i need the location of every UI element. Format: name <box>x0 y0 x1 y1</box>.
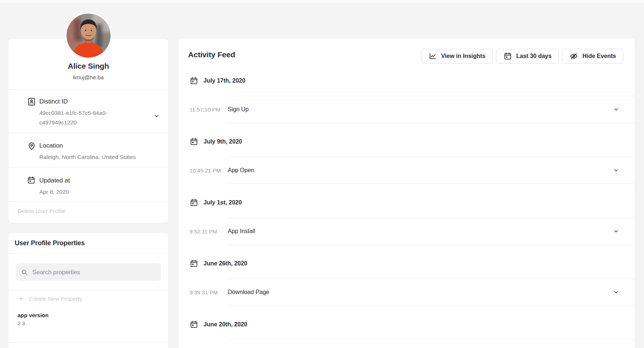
chevron-down-icon[interactable] <box>613 228 619 234</box>
feed-date-group: June 20th, 2020 <box>190 319 635 340</box>
calendar-icon <box>190 320 198 329</box>
feed-date-group: July 1st, 20209:52:11 PMApp Install <box>190 197 635 245</box>
button-label: Last 30 days <box>516 53 551 59</box>
activity-feed-title: Activity Feed <box>188 50 235 59</box>
feed-date-header: July 9th, 2020 <box>190 137 635 147</box>
location-pin-icon <box>27 141 36 151</box>
properties-title: User Profile Properties <box>15 239 84 247</box>
event-name: App Install <box>228 228 255 235</box>
calendar-icon <box>190 76 198 85</box>
property-list-item: app version 2.3 <box>18 312 48 326</box>
feed-date-header: July 17th, 2020 <box>190 76 635 86</box>
event-time: 11:57:10 PM <box>190 106 228 113</box>
feed-date-label: June 26th, 2020 <box>204 260 247 267</box>
event-row[interactable]: 10:45:21 PMApp Open <box>190 157 635 184</box>
event-time: 10:45:21 PM <box>190 167 228 174</box>
activity-feed-card: Activity Feed View in InsightsLast 30 da… <box>179 39 635 348</box>
feed-date-header: June 26th, 2020 <box>190 258 635 269</box>
profile-field-value: Raleigh, North Carolina, United States <box>39 152 136 162</box>
search-icon <box>21 269 28 276</box>
event-name: App Open <box>228 167 254 174</box>
divider <box>228 244 635 245</box>
calendar-icon <box>190 198 198 207</box>
plus-icon <box>18 295 25 302</box>
divider <box>228 305 635 306</box>
feed-date-header: June 20th, 2020 <box>190 319 635 330</box>
divider <box>8 290 168 290</box>
chevron-down-icon[interactable] <box>154 113 159 119</box>
user-profile-properties-card: User Profile Properties Create New Prope… <box>8 233 168 348</box>
chevron-down-icon[interactable] <box>613 289 619 295</box>
activity-feed-list: July 17th, 202011:57:10 PMSign UpJuly 9t… <box>190 76 635 348</box>
profile-field-label: Location <box>39 142 63 149</box>
eye-off-icon <box>569 52 578 61</box>
property-name: app version <box>18 312 48 318</box>
divider <box>8 253 168 254</box>
feed-date-label: July 17th, 2020 <box>204 77 245 84</box>
feed-date-header: July 1st, 2020 <box>190 197 635 208</box>
search-properties-box[interactable] <box>16 263 161 281</box>
avatar-image <box>66 14 111 58</box>
chevron-down-icon[interactable] <box>613 106 619 112</box>
feed-date-group: June 26th, 20209:39:31 PMDownload Page <box>190 258 635 306</box>
divider <box>228 123 635 123</box>
divider <box>228 184 635 184</box>
calendar-icon <box>27 176 36 185</box>
profile-field-value: Apr 8, 2020 <box>39 187 69 197</box>
divider <box>8 342 168 343</box>
property-value: 2.3 <box>18 320 48 326</box>
user-profile-card: Alice Singh limuj@he.ba Distinct ID49cc0… <box>8 39 168 223</box>
id-card-icon <box>27 97 36 106</box>
button-label: Hide Events <box>582 53 616 59</box>
feed-date-label: July 1st, 2020 <box>204 199 242 206</box>
profile-name: Alice Singh <box>8 62 168 70</box>
top-strip <box>0 0 644 3</box>
event-row[interactable]: 11:57:10 PMSign Up <box>190 96 635 123</box>
hide-events-button[interactable]: Hide Events <box>562 49 623 64</box>
create-new-property-label: Create New Property <box>29 296 82 302</box>
avatar <box>65 12 112 59</box>
line-chart-icon <box>428 52 437 61</box>
activity-toolbar: View in InsightsLast 30 daysHide Events <box>421 49 623 64</box>
search-properties-input[interactable] <box>32 269 156 276</box>
event-row[interactable]: 9:39:31 PMDownload Page <box>190 279 635 305</box>
create-new-property-button[interactable]: Create New Property <box>18 295 82 302</box>
profile-email: limuj@he.ba <box>8 74 168 80</box>
last-30-days-button[interactable]: Last 30 days <box>496 49 559 64</box>
divider <box>8 89 168 90</box>
delete-user-profile-button[interactable]: Delete User Profile <box>18 208 65 214</box>
button-label: View in Insights <box>441 53 486 59</box>
calendar-icon <box>503 52 512 61</box>
divider <box>8 167 168 167</box>
profile-field-label: Distinct ID <box>39 98 68 105</box>
event-time: 9:39:31 PM <box>190 289 228 296</box>
divider <box>228 340 635 340</box>
calendar-icon <box>190 137 198 146</box>
chevron-down-icon[interactable] <box>613 167 619 173</box>
calendar-icon <box>190 259 198 268</box>
event-name: Sign Up <box>228 106 249 113</box>
divider <box>8 133 168 133</box>
profile-field-value: 49cc0381-e1fc-57c5-84a0- c497949c1220 <box>39 108 107 127</box>
feed-date-group: July 17th, 202011:57:10 PMSign Up <box>190 76 635 123</box>
profile-field-label: Updated at <box>39 177 70 184</box>
feed-date-label: July 9th, 2020 <box>204 138 242 145</box>
feed-date-label: June 20th, 2020 <box>204 321 247 328</box>
divider <box>8 201 168 202</box>
event-row[interactable]: 9:52:11 PMApp Install <box>190 218 635 244</box>
view-in-insights-button[interactable]: View in Insights <box>421 49 493 64</box>
feed-date-group: July 9th, 202010:45:21 PMApp Open <box>190 137 635 184</box>
event-name: Download Page <box>228 289 269 296</box>
event-time: 9:52:11 PM <box>190 228 228 235</box>
